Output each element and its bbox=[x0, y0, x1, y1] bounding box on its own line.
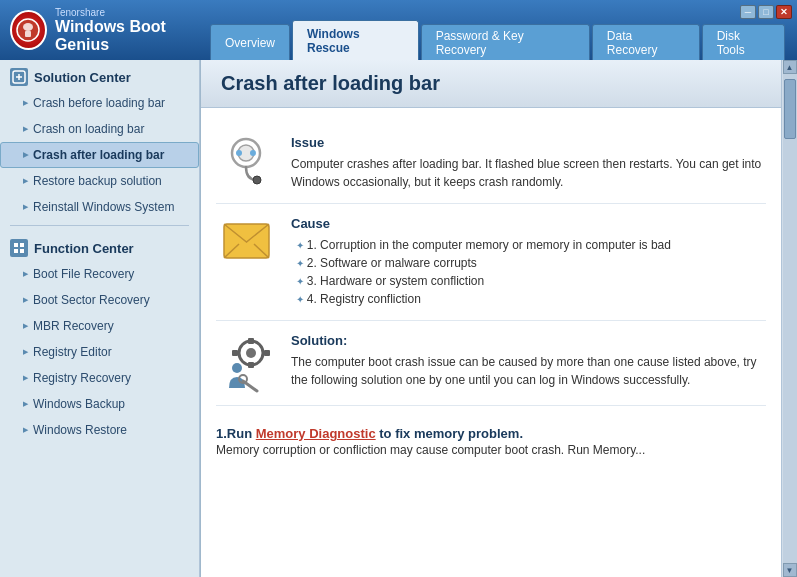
sidebar-item-reinstall-windows[interactable]: Reinstall Windows System bbox=[0, 194, 199, 220]
sidebar-item-label: Registry Recovery bbox=[33, 371, 131, 385]
solution-section: Solution: The computer boot crash issue … bbox=[216, 321, 766, 406]
sidebar-item-mbr-recovery[interactable]: MBR Recovery bbox=[0, 313, 199, 339]
sidebar-item-boot-file[interactable]: Boot File Recovery bbox=[0, 261, 199, 287]
svg-rect-7 bbox=[20, 243, 24, 247]
tab-data-recovery[interactable]: Data Recovery bbox=[592, 24, 700, 60]
issue-text: Issue Computer crashes after loading bar… bbox=[291, 135, 766, 191]
tab-disk-tools[interactable]: Disk Tools bbox=[702, 24, 785, 60]
cause-item-3: 3. Hardware or system confliction bbox=[296, 272, 766, 290]
maximize-button[interactable]: □ bbox=[758, 5, 774, 19]
logo-icon bbox=[10, 10, 47, 50]
svg-rect-8 bbox=[14, 249, 18, 253]
svg-point-14 bbox=[250, 150, 256, 156]
svg-point-13 bbox=[236, 150, 242, 156]
sidebar-item-label: Crash before loading bar bbox=[33, 96, 165, 110]
svg-rect-20 bbox=[248, 338, 254, 344]
scroll-up-button[interactable]: ▲ bbox=[783, 60, 797, 74]
minimize-button[interactable]: ─ bbox=[740, 5, 756, 19]
solution-text: Solution: The computer boot crash issue … bbox=[291, 333, 766, 389]
step1-link[interactable]: Memory Diagnostic bbox=[256, 426, 376, 441]
step1-title: 1.Run Memory Diagnostic to fix memory pr… bbox=[216, 426, 766, 441]
solution-center-label: Solution Center bbox=[34, 70, 131, 85]
cause-icon bbox=[216, 216, 276, 266]
sidebar-item-registry-recovery[interactable]: Registry Recovery bbox=[0, 365, 199, 391]
cause-section: Cause 1. Corruption in the computer memo… bbox=[216, 204, 766, 321]
svg-point-19 bbox=[246, 348, 256, 358]
svg-rect-21 bbox=[248, 362, 254, 368]
cause-item-2: 2. Software or malware corrupts bbox=[296, 254, 766, 272]
sidebar-item-windows-backup[interactable]: Windows Backup bbox=[0, 391, 199, 417]
tab-overview[interactable]: Overview bbox=[210, 24, 290, 60]
sidebar-item-label: Boot Sector Recovery bbox=[33, 293, 150, 307]
svg-rect-2 bbox=[25, 31, 31, 37]
logo-area: Tenorshare Windows Boot Genius bbox=[10, 7, 210, 54]
header: Tenorshare Windows Boot Genius Overview … bbox=[0, 0, 797, 60]
cause-title: Cause bbox=[291, 216, 766, 231]
step1-prefix: 1.Run bbox=[216, 426, 256, 441]
sidebar-item-label: Registry Editor bbox=[33, 345, 112, 359]
sidebar-item-label: Windows Restore bbox=[33, 423, 127, 437]
svg-rect-22 bbox=[232, 350, 238, 356]
sidebar-item-registry-editor[interactable]: Registry Editor bbox=[0, 339, 199, 365]
cause-list: 1. Corruption in the computer memory or … bbox=[291, 236, 766, 308]
function-center-icon bbox=[10, 239, 28, 257]
issue-title: Issue bbox=[291, 135, 766, 150]
sidebar-item-label: Crash after loading bar bbox=[33, 148, 164, 162]
sidebar-item-windows-restore[interactable]: Windows Restore bbox=[0, 417, 199, 443]
content-header: Crash after loading bar bbox=[201, 60, 781, 108]
page-title: Crash after loading bar bbox=[221, 72, 761, 95]
content-area: Crash after loading bar bbox=[200, 60, 781, 577]
sidebar-item-boot-sector[interactable]: Boot Sector Recovery bbox=[0, 287, 199, 313]
sidebar-section-function: Function Center bbox=[0, 231, 199, 261]
sidebar-item-crash-after[interactable]: Crash after loading bar bbox=[0, 142, 199, 168]
sidebar-item-label: MBR Recovery bbox=[33, 319, 114, 333]
step1-detail: Memory corruption or confliction may cau… bbox=[216, 441, 766, 459]
solution-title: Solution: bbox=[291, 333, 766, 348]
tab-password-recovery[interactable]: Password & Key Recovery bbox=[421, 24, 590, 60]
scroll-thumb[interactable] bbox=[784, 79, 796, 139]
main-container: Solution Center Crash before loading bar… bbox=[0, 60, 797, 577]
cause-item-1: 1. Corruption in the computer memory or … bbox=[296, 236, 766, 254]
issue-body: Computer crashes after loading bar. It f… bbox=[291, 155, 766, 191]
step1-section: 1.Run Memory Diagnostic to fix memory pr… bbox=[216, 406, 766, 469]
svg-point-1 bbox=[23, 23, 33, 31]
sidebar-item-label: Restore backup solution bbox=[33, 174, 162, 188]
logo-text: Tenorshare Windows Boot Genius bbox=[55, 7, 210, 54]
function-center-label: Function Center bbox=[34, 241, 134, 256]
issue-icon bbox=[216, 135, 276, 190]
issue-section: Issue Computer crashes after loading bar… bbox=[216, 123, 766, 204]
window-controls: ─ □ ✕ bbox=[740, 5, 792, 19]
content-body: Issue Computer crashes after loading bar… bbox=[201, 108, 781, 484]
svg-rect-23 bbox=[264, 350, 270, 356]
svg-rect-6 bbox=[14, 243, 18, 247]
step1-suffix: to fix memory problem. bbox=[376, 426, 523, 441]
sidebar-item-label: Crash on loading bar bbox=[33, 122, 144, 136]
cause-item-4: 4. Registry confliction bbox=[296, 290, 766, 308]
cause-text: Cause 1. Corruption in the computer memo… bbox=[291, 216, 766, 308]
scroll-track[interactable] bbox=[783, 74, 797, 563]
solution-center-icon bbox=[10, 68, 28, 86]
sidebar-item-crash-on[interactable]: Crash on loading bar bbox=[0, 116, 199, 142]
sidebar-item-crash-before[interactable]: Crash before loading bar bbox=[0, 90, 199, 116]
sidebar-item-restore-backup[interactable]: Restore backup solution bbox=[0, 168, 199, 194]
sidebar-section-solution: Solution Center bbox=[0, 60, 199, 90]
scrollbar: ▲ ▼ bbox=[781, 60, 797, 577]
svg-rect-9 bbox=[20, 249, 24, 253]
svg-point-24 bbox=[232, 363, 242, 373]
tab-windows-rescue[interactable]: Windows Rescue bbox=[292, 20, 419, 60]
close-button[interactable]: ✕ bbox=[776, 5, 792, 19]
scroll-down-button[interactable]: ▼ bbox=[783, 563, 797, 577]
brand-name: Tenorshare bbox=[55, 7, 210, 18]
nav-tabs: Overview Windows Rescue Password & Key R… bbox=[210, 0, 787, 60]
sidebar: Solution Center Crash before loading bar… bbox=[0, 60, 200, 577]
svg-point-12 bbox=[253, 176, 261, 184]
app-title: Windows Boot Genius bbox=[55, 18, 210, 54]
solution-icon bbox=[216, 333, 276, 393]
sidebar-item-label: Boot File Recovery bbox=[33, 267, 134, 281]
sidebar-item-label: Windows Backup bbox=[33, 397, 125, 411]
solution-body: The computer boot crash issue can be cau… bbox=[291, 353, 766, 389]
sidebar-item-label: Reinstall Windows System bbox=[33, 200, 174, 214]
sidebar-divider bbox=[10, 225, 189, 226]
